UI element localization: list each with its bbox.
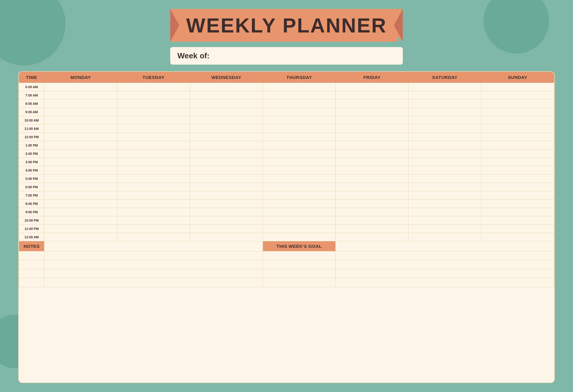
schedule-cell[interactable] [44, 175, 117, 183]
schedule-cell[interactable] [44, 200, 117, 208]
schedule-cell[interactable] [336, 183, 408, 191]
schedule-cell[interactable] [481, 216, 554, 225]
schedule-cell[interactable] [263, 233, 335, 241]
schedule-cell[interactable] [408, 200, 481, 208]
goal-line-1[interactable] [336, 251, 554, 260]
schedule-cell[interactable] [117, 183, 190, 191]
schedule-cell[interactable] [336, 175, 408, 183]
goal-line-4[interactable] [336, 278, 554, 287]
schedule-cell[interactable] [263, 83, 335, 91]
schedule-cell[interactable] [481, 225, 554, 233]
schedule-cell[interactable] [408, 225, 481, 233]
schedule-cell[interactable] [263, 175, 335, 183]
schedule-cell[interactable] [408, 91, 481, 99]
schedule-cell[interactable] [408, 133, 481, 141]
schedule-cell[interactable] [190, 208, 263, 216]
schedule-cell[interactable] [44, 116, 117, 125]
schedule-cell[interactable] [481, 108, 554, 116]
schedule-cell[interactable] [336, 225, 408, 233]
schedule-cell[interactable] [481, 191, 554, 200]
schedule-cell[interactable] [190, 225, 263, 233]
schedule-cell[interactable] [117, 166, 190, 175]
schedule-cell[interactable] [190, 200, 263, 208]
schedule-cell[interactable] [117, 116, 190, 125]
schedule-cell[interactable] [263, 191, 335, 200]
schedule-cell[interactable] [190, 99, 263, 108]
schedule-cell[interactable] [263, 183, 335, 191]
schedule-cell[interactable] [408, 158, 481, 166]
schedule-cell[interactable] [117, 99, 190, 108]
schedule-cell[interactable] [117, 233, 190, 241]
schedule-cell[interactable] [44, 99, 117, 108]
schedule-cell[interactable] [481, 133, 554, 141]
schedule-cell[interactable] [117, 83, 190, 91]
schedule-cell[interactable] [44, 150, 117, 158]
schedule-cell[interactable] [481, 158, 554, 166]
schedule-cell[interactable] [336, 141, 408, 150]
schedule-cell[interactable] [190, 191, 263, 200]
schedule-cell[interactable] [481, 141, 554, 150]
schedule-cell[interactable] [408, 125, 481, 133]
schedule-cell[interactable] [336, 216, 408, 225]
notes-line-2[interactable] [44, 260, 263, 269]
schedule-cell[interactable] [190, 166, 263, 175]
schedule-cell[interactable] [408, 83, 481, 91]
schedule-cell[interactable] [263, 91, 335, 99]
schedule-cell[interactable] [117, 191, 190, 200]
schedule-cell[interactable] [408, 141, 481, 150]
notes-line-1[interactable] [44, 251, 263, 260]
schedule-cell[interactable] [408, 166, 481, 175]
schedule-cell[interactable] [263, 216, 335, 225]
schedule-cell[interactable] [481, 99, 554, 108]
schedule-cell[interactable] [263, 141, 335, 150]
schedule-cell[interactable] [44, 83, 117, 91]
schedule-cell[interactable] [481, 166, 554, 175]
schedule-cell[interactable] [481, 233, 554, 241]
schedule-cell[interactable] [263, 208, 335, 216]
schedule-cell[interactable] [481, 83, 554, 91]
schedule-cell[interactable] [117, 91, 190, 99]
schedule-cell[interactable] [408, 116, 481, 125]
schedule-cell[interactable] [44, 133, 117, 141]
schedule-cell[interactable] [190, 116, 263, 125]
schedule-cell[interactable] [336, 99, 408, 108]
schedule-cell[interactable] [190, 183, 263, 191]
schedule-cell[interactable] [263, 133, 335, 141]
schedule-cell[interactable] [263, 150, 335, 158]
schedule-cell[interactable] [190, 141, 263, 150]
schedule-cell[interactable] [408, 183, 481, 191]
schedule-cell[interactable] [117, 141, 190, 150]
schedule-cell[interactable] [481, 183, 554, 191]
goal-line-2[interactable] [336, 260, 554, 269]
schedule-cell[interactable] [336, 158, 408, 166]
schedule-cell[interactable] [408, 191, 481, 200]
schedule-cell[interactable] [408, 233, 481, 241]
schedule-cell[interactable] [190, 125, 263, 133]
schedule-cell[interactable] [481, 200, 554, 208]
schedule-cell[interactable] [481, 91, 554, 99]
schedule-cell[interactable] [408, 175, 481, 183]
schedule-cell[interactable] [190, 216, 263, 225]
schedule-cell[interactable] [44, 225, 117, 233]
schedule-cell[interactable] [336, 83, 408, 91]
schedule-cell[interactable] [44, 183, 117, 191]
schedule-cell[interactable] [117, 133, 190, 141]
schedule-cell[interactable] [190, 83, 263, 91]
schedule-cell[interactable] [117, 208, 190, 216]
schedule-cell[interactable] [336, 233, 408, 241]
schedule-cell[interactable] [117, 158, 190, 166]
goal-line-3[interactable] [336, 269, 554, 278]
notes-line-3[interactable] [44, 269, 263, 278]
schedule-cell[interactable] [481, 150, 554, 158]
schedule-cell[interactable] [263, 108, 335, 116]
schedule-cell[interactable] [408, 150, 481, 158]
notes-line-4[interactable] [44, 278, 263, 287]
schedule-cell[interactable] [44, 166, 117, 175]
schedule-cell[interactable] [44, 125, 117, 133]
schedule-cell[interactable] [336, 133, 408, 141]
schedule-cell[interactable] [481, 208, 554, 216]
schedule-cell[interactable] [408, 99, 481, 108]
schedule-cell[interactable] [336, 191, 408, 200]
schedule-cell[interactable] [263, 99, 335, 108]
schedule-cell[interactable] [336, 108, 408, 116]
